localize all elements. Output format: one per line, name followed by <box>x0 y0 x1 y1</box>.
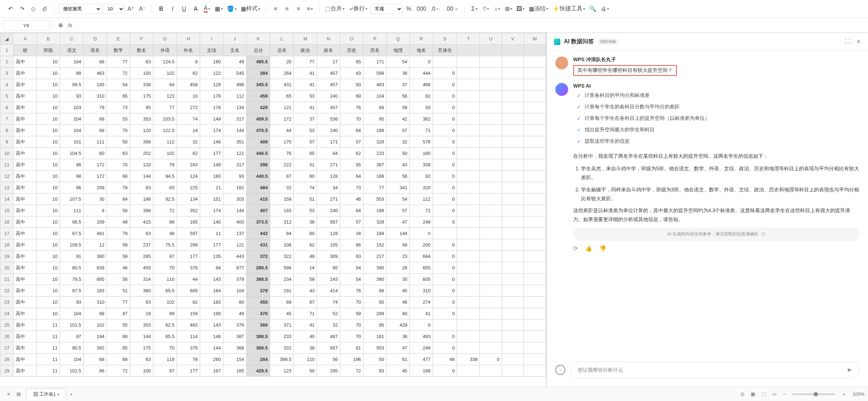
cell[interactable]: 0 <box>433 216 457 228</box>
cell[interactable]: 88 <box>60 68 84 79</box>
cell[interactable]: 8 <box>177 56 200 68</box>
cell[interactable]: 352 <box>177 205 200 216</box>
border-icon[interactable]: ▦▾ <box>213 4 224 14</box>
cell[interactable]: 高中 <box>14 159 37 171</box>
cell[interactable]: 82 <box>410 171 433 182</box>
cell[interactable]: 56 <box>386 91 410 102</box>
cell[interactable]: 高中 <box>14 297 37 308</box>
cell[interactable]: 50 <box>386 148 410 159</box>
cell[interactable]: 384 <box>246 68 270 79</box>
cell[interactable]: 111 <box>60 205 84 216</box>
cell[interactable]: 61 <box>386 354 410 365</box>
cell[interactable] <box>433 56 457 68</box>
cell[interactable]: 481 <box>84 228 107 239</box>
cell[interactable] <box>502 354 524 365</box>
cell[interactable]: 380 <box>130 285 153 297</box>
cell[interactable]: 41 <box>294 319 317 331</box>
cell[interactable]: 50 <box>294 365 317 377</box>
cell[interactable] <box>502 251 524 262</box>
cell[interactable]: 30 <box>386 274 410 285</box>
cell[interactable]: 104 <box>363 91 387 102</box>
cell[interactable]: 53 <box>294 125 317 136</box>
cell[interactable]: 677 <box>223 262 247 274</box>
cell[interactable]: 409 <box>246 136 270 148</box>
cell[interactable]: 37 <box>294 113 317 125</box>
col-header[interactable]: J <box>223 33 247 45</box>
cell[interactable]: 53 <box>294 205 317 216</box>
cell[interactable]: 93 <box>60 297 84 308</box>
cell[interactable]: 164 <box>200 285 223 297</box>
cell[interactable] <box>524 182 546 194</box>
cell[interactable]: 260 <box>200 354 223 365</box>
cell[interactable] <box>502 297 524 308</box>
sum-icon[interactable]: Σ▾ <box>469 4 479 14</box>
cell[interactable] <box>457 102 480 113</box>
cell[interactable]: 30 <box>84 194 107 205</box>
cell[interactable]: 高中 <box>14 262 37 274</box>
cell[interactable]: 367 <box>363 159 387 171</box>
cell[interactable] <box>480 285 502 297</box>
cell[interactable]: 144 <box>223 125 247 136</box>
cell[interactable]: 210 <box>294 354 317 365</box>
cell[interactable]: 185 <box>223 365 247 377</box>
cell[interactable] <box>480 205 502 216</box>
cell[interactable]: 310 <box>410 285 433 297</box>
row-header[interactable]: 20 <box>0 262 14 274</box>
cell[interactable]: 49 <box>223 308 247 319</box>
cell[interactable]: 202 <box>130 148 153 159</box>
cell[interactable]: 446.5 <box>246 148 270 159</box>
cell[interactable]: 190 <box>200 308 223 319</box>
cell[interactable] <box>524 159 546 171</box>
cell[interactable]: 484 <box>246 182 270 194</box>
cell[interactable]: 0 <box>433 239 457 251</box>
cell[interactable]: 36 <box>294 342 317 354</box>
cell[interactable]: 0 <box>433 262 457 274</box>
cell[interactable]: 496 <box>223 79 247 91</box>
cell[interactable]: 82 <box>177 297 200 308</box>
cell[interactable]: 338 <box>410 159 433 171</box>
row-header[interactable]: 1 <box>0 45 14 56</box>
cell[interactable]: 431 <box>270 79 294 91</box>
cell[interactable]: 553 <box>363 342 387 354</box>
cell[interactable]: 112 <box>223 91 247 102</box>
cell[interactable] <box>457 365 480 377</box>
cell[interactable]: 51 <box>294 194 317 205</box>
cell[interactable] <box>502 125 524 136</box>
cell[interactable]: 64 <box>107 194 130 205</box>
cell[interactable]: 26 <box>386 262 410 274</box>
cell[interactable] <box>480 148 502 159</box>
cell[interactable]: 20 <box>270 56 294 68</box>
cell[interactable]: 59 <box>294 274 317 285</box>
row-header[interactable]: 9 <box>0 136 14 148</box>
thumbs-up-icon[interactable]: 👍 <box>585 245 592 252</box>
cell[interactable]: 高中 <box>14 251 37 262</box>
cell[interactable] <box>457 125 480 136</box>
cell[interactable]: 57 <box>386 125 410 136</box>
cell[interactable]: 10 <box>37 125 60 136</box>
select-all-corner[interactable]: ◢ <box>0 33 14 45</box>
cell[interactable]: 10 <box>37 113 60 125</box>
cell[interactable]: 444 <box>410 68 433 79</box>
cell[interactable]: 0 <box>433 113 457 125</box>
cell[interactable]: 378 <box>246 285 270 297</box>
row-header[interactable]: 12 <box>0 171 14 182</box>
cell[interactable]: 290.5 <box>246 262 270 274</box>
cell[interactable] <box>502 239 524 251</box>
cell[interactable] <box>502 91 524 102</box>
cell[interactable]: 10 <box>37 205 60 216</box>
cell[interactable]: 567 <box>317 342 340 354</box>
cell[interactable]: 553 <box>363 194 387 205</box>
cell[interactable] <box>502 79 524 91</box>
cell[interactable]: 62.5 <box>153 319 177 331</box>
cell[interactable]: 66 <box>363 285 387 297</box>
increase-font-icon[interactable]: A⁺ <box>126 4 136 14</box>
redo-button[interactable]: ↷ <box>17 4 27 14</box>
cell[interactable] <box>480 228 502 239</box>
row-header[interactable]: 4 <box>0 79 14 91</box>
cell[interactable]: 0 <box>410 319 433 331</box>
quick-tools-button[interactable]: ⚡ 快捷工具▾ <box>551 4 586 14</box>
cell[interactable]: 483 <box>363 79 387 91</box>
cell[interactable]: 50 <box>107 136 130 148</box>
cell[interactable]: 120 <box>130 125 153 136</box>
cell[interactable]: 46 <box>107 262 130 274</box>
